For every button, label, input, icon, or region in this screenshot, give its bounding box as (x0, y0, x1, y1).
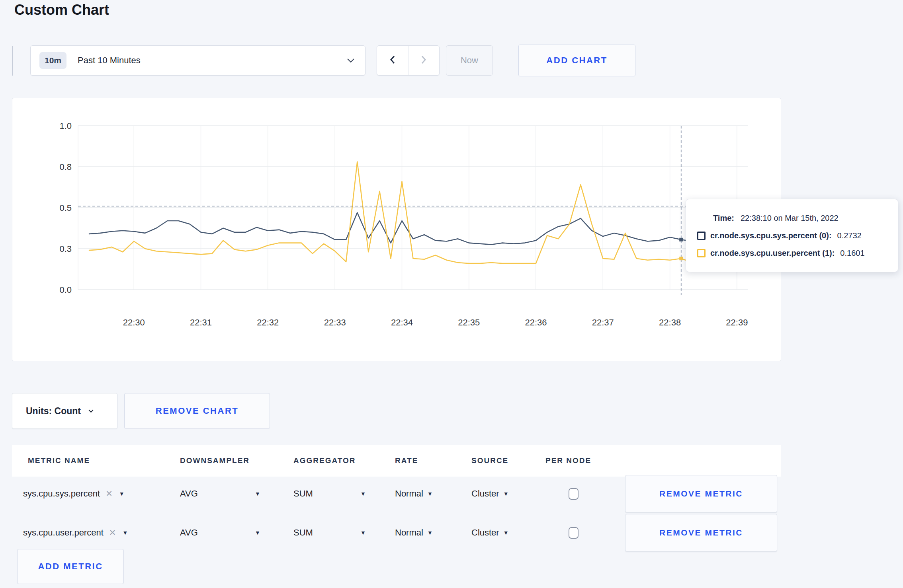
downsampler-select[interactable]: AVG ▼ (175, 528, 289, 538)
svg-text:0.3: 0.3 (59, 244, 72, 254)
table-row: sys.cpu.sys.percent ✕ ▼ AVG ▼ SUM ▼ Norm… (12, 474, 781, 513)
column-header-per-node: PER NODE (541, 456, 613, 465)
chevron-right-icon (421, 55, 426, 66)
column-header-metric-name: METRIC NAME (12, 456, 175, 465)
svg-text:22:37: 22:37 (592, 317, 614, 327)
clear-metric-icon[interactable]: ✕ (106, 489, 113, 498)
chevron-down-icon (88, 409, 94, 413)
tooltip-series-row: cr.node.sys.cpu.user.percent (1): 0.1601 (697, 249, 888, 258)
rate-value: Normal (390, 489, 423, 499)
per-node-cell (541, 527, 613, 539)
chevron-left-icon (390, 55, 395, 66)
rate-value: Normal (390, 528, 423, 538)
toolbar-divider (12, 46, 13, 76)
aggregator-value: SUM (289, 528, 313, 538)
tooltip-series-name: cr.node.sys.cpu.sys.percent (0): (710, 231, 832, 240)
chevron-down-icon[interactable]: ▼ (122, 530, 128, 536)
rate-select[interactable]: Normal ▼ (390, 489, 467, 499)
svg-text:0.5: 0.5 (59, 203, 72, 213)
tooltip-series-name: cr.node.sys.cpu.user.percent (1): (710, 249, 835, 258)
downsampler-select[interactable]: AVG ▼ (175, 489, 289, 499)
column-header-aggregator: AGGREGATOR (289, 456, 390, 465)
time-pager (377, 45, 440, 76)
chevron-down-icon (347, 58, 355, 63)
metric-name-value: sys.cpu.sys.percent (12, 489, 100, 499)
column-header-rate: RATE (390, 456, 467, 465)
chevron-down-icon: ▼ (503, 491, 509, 497)
remove-metric-button[interactable]: REMOVE METRIC (625, 514, 777, 551)
svg-text:22:33: 22:33 (324, 317, 346, 327)
time-range-badge: 10m (39, 52, 66, 69)
rate-select[interactable]: Normal ▼ (390, 528, 467, 538)
downsampler-value: AVG (175, 528, 198, 538)
chart-card: 0.00.30.50.81.022:3022:3122:3222:3322:34… (12, 98, 781, 361)
svg-text:0.8: 0.8 (59, 162, 72, 172)
svg-text:22:34: 22:34 (391, 317, 413, 327)
chevron-down-icon: ▼ (255, 491, 260, 497)
clear-metric-icon[interactable]: ✕ (109, 528, 116, 537)
metric-name-value: sys.cpu.user.percent (12, 528, 104, 538)
actions-cell: REMOVE METRIC (613, 514, 781, 551)
next-interval-button[interactable] (408, 46, 440, 75)
svg-text:22:35: 22:35 (458, 317, 480, 327)
add-chart-button[interactable]: ADD CHART (518, 45, 635, 76)
aggregator-select[interactable]: SUM ▼ (289, 489, 390, 499)
source-select[interactable]: Cluster ▼ (467, 528, 541, 538)
svg-text:1.0: 1.0 (59, 121, 72, 131)
svg-text:22:38: 22:38 (659, 317, 681, 327)
svg-text:22:36: 22:36 (525, 317, 547, 327)
metrics-table-body: sys.cpu.sys.percent ✕ ▼ AVG ▼ SUM ▼ Norm… (12, 474, 781, 552)
svg-text:0.0: 0.0 (59, 285, 72, 295)
svg-text:22:32: 22:32 (257, 317, 279, 327)
time-range-select[interactable]: 10m Past 10 Minutes (30, 45, 366, 76)
chevron-down-icon: ▼ (360, 491, 366, 497)
now-button[interactable]: Now (446, 45, 493, 76)
units-select[interactable]: Units: Count (12, 393, 117, 429)
units-label: Units: Count (26, 406, 81, 417)
series-swatch-icon (697, 232, 706, 240)
actions-cell: REMOVE METRIC (613, 475, 781, 512)
per-node-cell (541, 488, 613, 500)
time-range-label: Past 10 Minutes (78, 55, 141, 66)
metric-name-cell[interactable]: sys.cpu.user.percent ✕ ▼ (12, 528, 175, 538)
source-value: Cluster (467, 528, 499, 538)
table-row: sys.cpu.user.percent ✕ ▼ AVG ▼ SUM ▼ Nor… (12, 513, 781, 552)
tooltip-time-row: Time: 22:38:10 on Mar 15th, 2022 (697, 214, 888, 223)
metrics-table-header: METRIC NAME DOWNSAMPLER AGGREGATOR RATE … (12, 445, 781, 477)
tooltip-series-row: cr.node.sys.cpu.sys.percent (0): 0.2732 (697, 231, 888, 240)
chevron-down-icon[interactable]: ▼ (119, 491, 125, 497)
tooltip-time-value: 22:38:10 on Mar 15th, 2022 (741, 214, 838, 223)
source-value: Cluster (467, 489, 499, 499)
chevron-down-icon: ▼ (360, 530, 366, 536)
tooltip-series-value: 0.1601 (840, 249, 864, 258)
svg-text:22:31: 22:31 (190, 317, 212, 327)
downsampler-value: AVG (175, 489, 198, 499)
custom-chart-plot[interactable]: 0.00.30.50.81.022:3022:3122:3222:3322:34… (12, 98, 781, 361)
svg-text:22:39: 22:39 (726, 317, 748, 327)
column-header-downsampler: DOWNSAMPLER (175, 456, 289, 465)
chevron-down-icon: ▼ (503, 530, 509, 536)
prev-interval-button[interactable] (377, 46, 408, 75)
svg-text:22:30: 22:30 (123, 317, 145, 327)
per-node-checkbox[interactable] (569, 527, 579, 539)
source-select[interactable]: Cluster ▼ (467, 489, 541, 499)
tooltip-series-value: 0.2732 (837, 231, 862, 240)
metric-name-cell[interactable]: sys.cpu.sys.percent ✕ ▼ (12, 489, 175, 499)
tooltip-time-label: Time: (713, 214, 734, 223)
aggregator-select[interactable]: SUM ▼ (289, 528, 390, 538)
series-swatch-icon (697, 249, 706, 257)
per-node-checkbox[interactable] (569, 488, 579, 500)
chevron-down-icon: ▼ (427, 530, 433, 536)
page-title: Custom Chart (14, 2, 109, 18)
remove-chart-button[interactable]: REMOVE CHART (124, 393, 270, 429)
chevron-down-icon: ▼ (255, 530, 260, 536)
remove-metric-button[interactable]: REMOVE METRIC (625, 475, 777, 512)
chevron-down-icon: ▼ (427, 491, 433, 497)
chart-tooltip: Time: 22:38:10 on Mar 15th, 2022 cr.node… (686, 199, 898, 272)
aggregator-value: SUM (289, 489, 313, 499)
add-metric-button[interactable]: ADD METRIC (17, 549, 124, 584)
column-header-source: SOURCE (467, 456, 541, 465)
